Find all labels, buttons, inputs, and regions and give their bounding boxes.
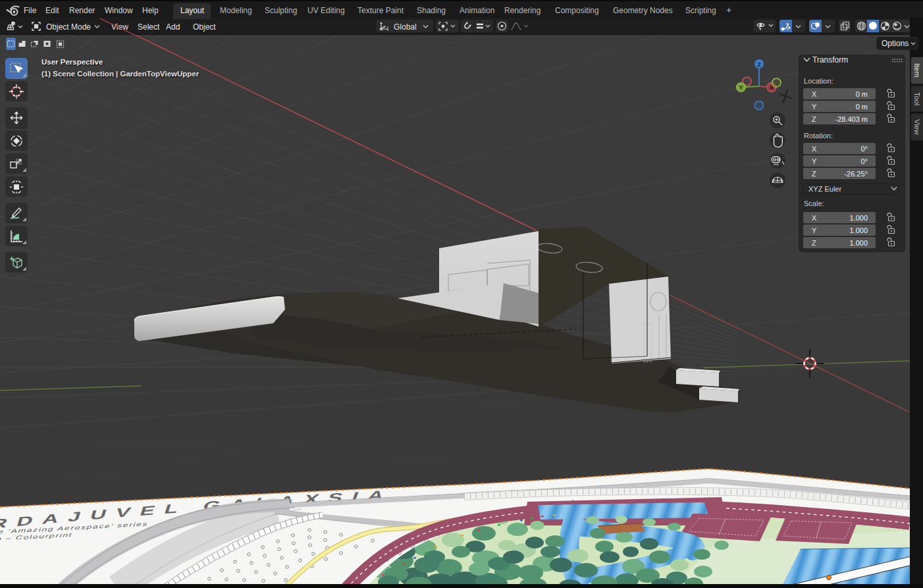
svg-text:0°: 0°: [860, 145, 868, 153]
svg-text:Y: Y: [812, 103, 817, 111]
svg-text:-26.25°: -26.25°: [844, 170, 868, 178]
svg-text:X: X: [812, 90, 817, 98]
svg-text:1.000: 1.000: [849, 227, 868, 234]
svg-text:Y: Y: [812, 157, 817, 165]
svg-text:X: X: [812, 214, 817, 222]
svg-text:1.000: 1.000: [849, 214, 868, 222]
svg-text:Z: Z: [812, 170, 816, 178]
svg-text:0°: 0°: [860, 157, 868, 165]
svg-text:X: X: [812, 145, 817, 153]
svg-text:Transform: Transform: [812, 55, 848, 65]
svg-text:Z: Z: [812, 115, 816, 123]
svg-text:XYZ Euler: XYZ Euler: [808, 185, 841, 193]
svg-text:Z: Z: [812, 239, 816, 247]
svg-text:Location:: Location:: [804, 77, 833, 85]
svg-text:Z: Z: [757, 61, 761, 68]
svg-text:0 m: 0 m: [856, 90, 868, 98]
svg-text:1.000: 1.000: [849, 239, 868, 247]
svg-text:Y: Y: [739, 84, 743, 91]
svg-text:Y: Y: [812, 227, 817, 234]
svg-text:Scale:: Scale:: [804, 200, 824, 207]
svg-text:-28.403 m: -28.403 m: [835, 115, 868, 123]
svg-text:Rotation:: Rotation:: [804, 132, 833, 140]
svg-text:0 m: 0 m: [856, 103, 868, 111]
